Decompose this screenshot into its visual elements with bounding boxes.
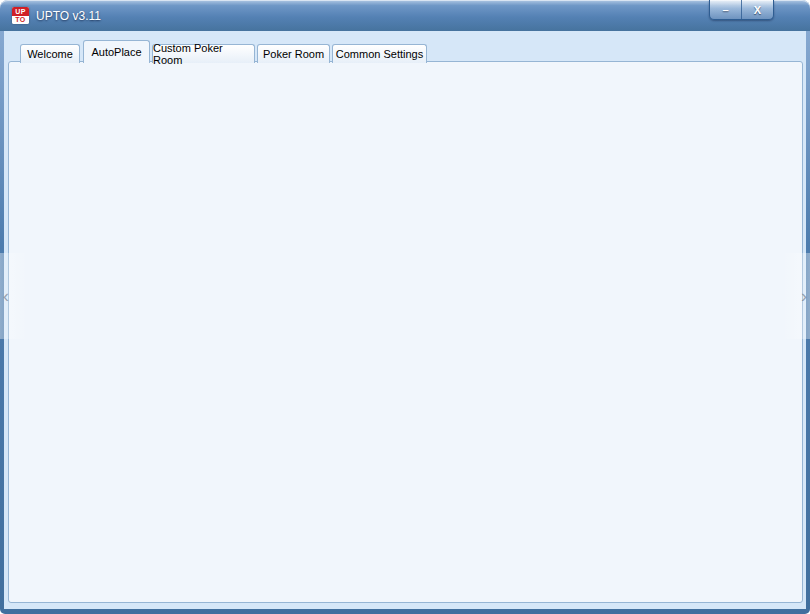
close-button[interactable]: X bbox=[741, 0, 773, 19]
title-bar[interactable]: UP TO UPTO v3.11 – X bbox=[0, 0, 810, 31]
next-image-overlay[interactable]: › bbox=[782, 253, 810, 339]
app-icon-up: UP bbox=[12, 7, 29, 16]
tab-page bbox=[8, 61, 803, 603]
tab-custom-poker-room[interactable]: Custom Poker Room bbox=[152, 44, 255, 63]
tab-poker-room[interactable]: Poker Room bbox=[257, 44, 330, 63]
window-title: UPTO v3.11 bbox=[36, 9, 101, 23]
minimize-button[interactable]: – bbox=[710, 0, 741, 19]
caption-buttons: – X bbox=[709, 0, 774, 20]
chevron-right-icon[interactable]: › bbox=[798, 286, 810, 307]
tab-welcome[interactable]: Welcome bbox=[20, 44, 80, 63]
app-icon-to: TO bbox=[12, 16, 29, 25]
app-icon: UP TO bbox=[12, 7, 29, 24]
tab-autoplace[interactable]: AutoPlace bbox=[83, 40, 150, 63]
tab-common-settings[interactable]: Common Settings bbox=[332, 44, 427, 63]
previous-image-overlay[interactable]: ‹ bbox=[0, 253, 28, 339]
chevron-left-icon[interactable]: ‹ bbox=[0, 286, 12, 307]
